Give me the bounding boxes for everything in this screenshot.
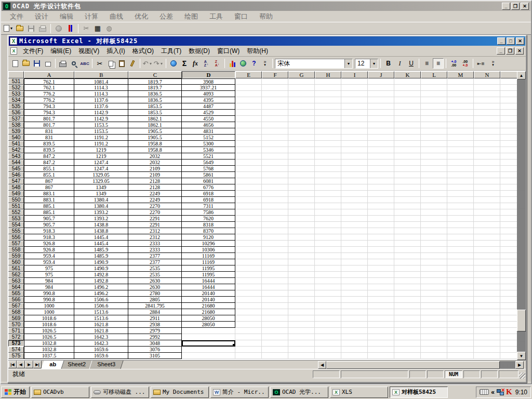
cell-D563[interactable]: 16444: [182, 278, 235, 284]
cell-empty[interactable]: [315, 159, 341, 166]
cell-empty[interactable]: [315, 97, 341, 103]
cell-empty[interactable]: [394, 97, 421, 103]
row-header-533[interactable]: 533: [8, 91, 24, 97]
cell-empty[interactable]: [368, 322, 394, 328]
cell-empty[interactable]: [341, 222, 368, 228]
cell-empty[interactable]: [368, 328, 394, 334]
ocad-menu-item[interactable]: 帮助: [254, 11, 278, 22]
cell-empty[interactable]: [474, 228, 500, 234]
cell-empty[interactable]: [421, 135, 447, 141]
cell-A556[interactable]: 918.3: [24, 234, 74, 241]
cell-empty[interactable]: [341, 110, 368, 116]
cell-empty[interactable]: [341, 272, 368, 278]
cell-B532[interactable]: 1114.3: [74, 85, 128, 91]
cell-empty[interactable]: [235, 278, 262, 284]
cell-empty[interactable]: [288, 91, 315, 97]
cell-B556[interactable]: 1445.4: [74, 234, 128, 241]
cell-empty[interactable]: [235, 222, 262, 228]
cell-empty[interactable]: [315, 353, 341, 359]
cell-empty[interactable]: [288, 353, 315, 359]
cell-empty[interactable]: [421, 228, 447, 234]
cell-empty[interactable]: [368, 315, 394, 322]
cell-empty[interactable]: [262, 340, 288, 347]
cell-A570[interactable]: 1018.6: [24, 322, 74, 328]
cell-empty[interactable]: [315, 328, 341, 334]
cell-A531[interactable]: 762.1: [24, 78, 74, 85]
cell-empty[interactable]: [262, 322, 288, 328]
cell-empty[interactable]: [421, 315, 447, 322]
cell-empty[interactable]: [368, 91, 394, 97]
cell-empty[interactable]: [235, 234, 262, 241]
horizontal-scroll-thumb[interactable]: [326, 361, 500, 369]
cell-empty[interactable]: [474, 315, 500, 322]
cell-C546[interactable]: 2109: [128, 172, 182, 178]
cell-A540[interactable]: 831: [24, 135, 74, 141]
cell-empty[interactable]: [341, 353, 368, 359]
copy-icon[interactable]: [105, 58, 116, 69]
cell-empty[interactable]: [262, 78, 288, 85]
cell-empty[interactable]: [474, 209, 500, 216]
vertical-scroll-thumb[interactable]: [517, 310, 526, 331]
cell-empty[interactable]: [315, 209, 341, 216]
cell-empty[interactable]: [474, 135, 500, 141]
cell-empty[interactable]: [235, 328, 262, 334]
cell-empty[interactable]: [315, 116, 341, 122]
cell-empty[interactable]: [421, 340, 447, 347]
cell-empty[interactable]: [288, 222, 315, 228]
row-header-549[interactable]: 549: [8, 191, 24, 197]
cell-empty[interactable]: [288, 234, 315, 241]
cell-empty[interactable]: [447, 85, 474, 91]
cell-B574[interactable]: 1659.6: [74, 347, 128, 353]
cell-B562[interactable]: 1492.8: [74, 272, 128, 278]
cell-C564[interactable]: 2630: [128, 284, 182, 290]
cell-D575[interactable]: [182, 353, 235, 359]
taskbar-button[interactable]: 可移动磁盘 ...: [91, 387, 149, 398]
excel-close-button[interactable]: ✕: [516, 37, 524, 45]
column-header-I[interactable]: I: [341, 71, 368, 78]
cell-empty[interactable]: [474, 91, 500, 97]
cell-empty[interactable]: [368, 103, 394, 110]
cell-empty[interactable]: [421, 247, 447, 253]
cell-A550[interactable]: 883.1: [24, 197, 74, 203]
cell-D550[interactable]: 6918: [182, 197, 235, 203]
workbook-close-button[interactable]: ✕: [515, 47, 524, 55]
cell-empty[interactable]: [421, 85, 447, 91]
cell-empty[interactable]: [262, 147, 288, 153]
cell-empty[interactable]: [235, 309, 262, 315]
ocad-menu-item[interactable]: 曲线: [104, 11, 129, 22]
cell-A568[interactable]: 1000: [24, 309, 74, 315]
bold-button[interactable]: B: [383, 58, 394, 69]
cell-A559[interactable]: 959.4: [24, 253, 74, 259]
cell-empty[interactable]: [447, 97, 474, 103]
cell-empty[interactable]: [235, 247, 262, 253]
cell-B536[interactable]: 1142.9: [74, 110, 128, 116]
cell-C571[interactable]: 2979: [128, 328, 182, 334]
cell-empty[interactable]: [368, 122, 394, 128]
cell-empty[interactable]: [474, 253, 500, 259]
ocad-minimize-button[interactable]: _: [502, 3, 510, 10]
row-header-566[interactable]: 566: [8, 297, 24, 303]
column-header-L[interactable]: L: [421, 71, 447, 78]
cell-empty[interactable]: [341, 241, 368, 247]
cell-empty[interactable]: [288, 334, 315, 340]
cell-B547[interactable]: 1329.05: [74, 178, 128, 184]
cell-empty[interactable]: [447, 91, 474, 97]
cell-empty[interactable]: [288, 191, 315, 197]
column-header-H[interactable]: H: [315, 71, 341, 78]
cell-B552[interactable]: 1393.2: [74, 209, 128, 216]
cell-empty[interactable]: [341, 128, 368, 135]
cell-empty[interactable]: [474, 110, 500, 116]
ocad-close-button[interactable]: ✕: [521, 3, 529, 10]
cell-empty[interactable]: [235, 290, 262, 297]
cell-empty[interactable]: [341, 328, 368, 334]
cell-empty[interactable]: [288, 141, 315, 147]
cell-A535[interactable]: 794.3: [24, 103, 74, 110]
cell-B548[interactable]: 1349: [74, 184, 128, 191]
cell-empty[interactable]: [235, 197, 262, 203]
ocad-restore-button[interactable]: ❐: [511, 3, 520, 10]
cell-empty[interactable]: [315, 197, 341, 203]
cell-C541[interactable]: 1958.8: [128, 141, 182, 147]
cell-empty[interactable]: [235, 340, 262, 347]
cell-empty[interactable]: [262, 97, 288, 103]
cell-C545[interactable]: 2109: [128, 166, 182, 172]
